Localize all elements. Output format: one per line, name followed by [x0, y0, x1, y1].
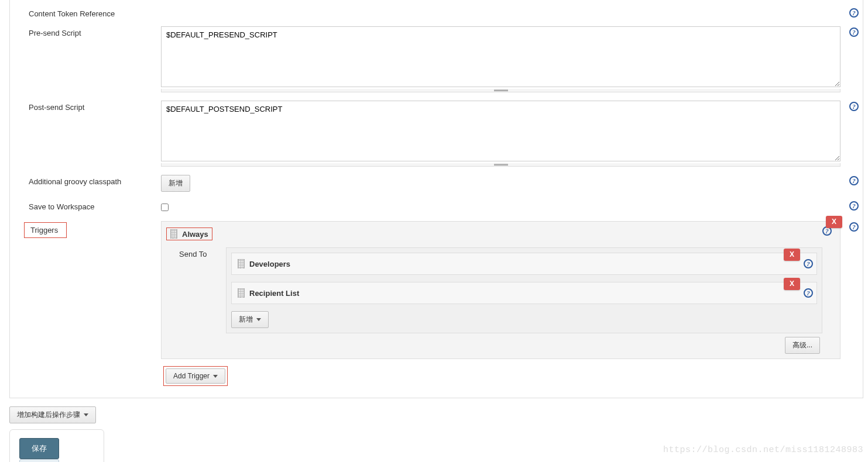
delete-recipient-button[interactable]: X	[784, 249, 800, 261]
help-icon[interactable]: ?	[804, 288, 813, 298]
watermark-text: https://blog.csdn.net/miss1181248983	[663, 445, 863, 455]
recipient-name: Recipient List	[249, 289, 299, 298]
recipient-name: Developers	[249, 260, 290, 268]
add-recipient-label: 新增	[239, 315, 253, 323]
row-pre-send-script: Pre-send Script $DEFAULT_PRESEND_SCRIPT …	[10, 24, 863, 95]
chevron-down-icon	[84, 413, 88, 416]
row-save-to-workspace: Save to Workspace ?	[10, 198, 863, 215]
label-content-token-reference: Content Token Reference	[10, 7, 161, 18]
help-icon[interactable]: ?	[849, 102, 859, 111]
trigger-header: Always	[166, 226, 822, 245]
pre-send-script-input[interactable]: $DEFAULT_PRESEND_SCRIPT	[161, 26, 840, 87]
config-form-section: Content Token Reference ? Pre-send Scrip…	[9, 0, 863, 398]
add-recipient-button[interactable]: 新增	[231, 311, 269, 328]
add-post-build-step-button[interactable]: 增加构建后操作步骤	[9, 406, 96, 423]
label-additional-groovy-classpath: Additional groovy classpath	[10, 175, 161, 186]
chevron-down-icon	[213, 375, 218, 378]
trigger-type-label: Always	[182, 230, 208, 239]
label-pre-send-script: Pre-send Script	[10, 26, 161, 37]
help-icon[interactable]: ?	[849, 201, 859, 211]
add-trigger-label: Add Trigger	[173, 372, 210, 380]
help-icon[interactable]: ?	[804, 259, 813, 268]
add-post-build-label: 增加构建后操作步骤	[17, 411, 80, 419]
row-triggers: Triggers X Always Send To	[10, 219, 863, 394]
row-post-send-script: Post-send Script $DEFAULT_POSTSEND_SCRIP…	[10, 98, 863, 169]
chevron-down-icon	[256, 318, 261, 321]
label-triggers: Triggers	[24, 222, 67, 238]
help-icon[interactable]: ?	[849, 27, 859, 37]
label-post-send-script: Post-send Script	[10, 101, 161, 112]
recipient-item: Developers X ?	[231, 253, 817, 275]
add-classpath-button[interactable]: 新增	[161, 175, 190, 192]
save-to-workspace-checkbox[interactable]	[161, 204, 169, 211]
row-content-token-reference: Content Token Reference ?	[10, 5, 863, 20]
help-icon[interactable]: ?	[849, 8, 859, 18]
trigger-block: X Always Send To	[161, 221, 840, 359]
drag-handle-icon[interactable]	[170, 229, 177, 239]
post-send-script-input[interactable]: $DEFAULT_POSTSEND_SCRIPT	[161, 101, 840, 161]
send-to-label: Send To	[179, 245, 226, 258]
add-trigger-button[interactable]: Add Trigger	[166, 368, 225, 384]
help-icon[interactable]: ?	[849, 222, 859, 232]
save-button[interactable]: 保存	[19, 438, 59, 459]
apply-button[interactable]: 应用	[19, 459, 59, 462]
drag-handle-icon[interactable]	[238, 259, 245, 268]
help-icon[interactable]: ?	[849, 176, 859, 185]
label-save-to-workspace: Save to Workspace	[10, 200, 161, 211]
delete-recipient-button[interactable]: X	[784, 278, 800, 290]
resize-handle[interactable]	[161, 163, 840, 167]
footer-actions: 保存 应用	[9, 429, 104, 462]
drag-handle-icon[interactable]	[238, 288, 245, 298]
delete-trigger-button[interactable]: X	[826, 216, 842, 228]
resize-handle[interactable]	[161, 89, 840, 92]
recipient-item: Recipient List X ?	[231, 282, 817, 304]
advanced-button[interactable]: 高级...	[785, 337, 820, 354]
row-additional-groovy-classpath: Additional groovy classpath 新增 ?	[10, 173, 863, 194]
